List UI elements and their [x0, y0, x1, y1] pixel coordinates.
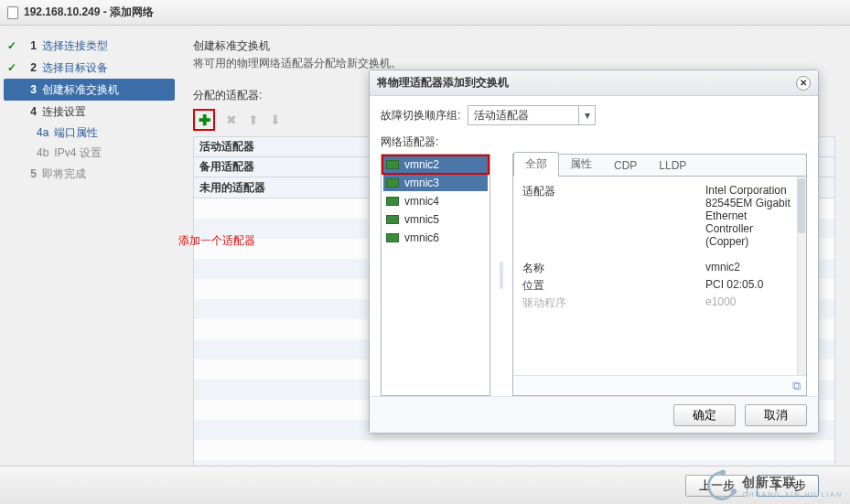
remove-icon[interactable]: ✖: [226, 113, 237, 127]
splitter-handle: [500, 262, 503, 289]
nic-row-vmnic5[interactable]: vmnic5: [383, 211, 488, 228]
move-down-icon[interactable]: ⬇: [270, 113, 281, 127]
failover-select[interactable]: 活动适配器 ▾: [468, 105, 596, 125]
step-label: 创建标准交换机: [42, 82, 119, 98]
details-scroll: 适配器 Intel Corporation 82545EM Gigabit Et…: [513, 177, 806, 375]
dialog-body: 故障切换顺序组: 活动适配器 ▾ 网络适配器: vmnic2 vmnic3 vm…: [370, 96, 818, 396]
detail-key: 位置: [522, 278, 705, 294]
detail-location: 位置 PCI 02:05.0: [522, 278, 797, 294]
details-inner: 适配器 Intel Corporation 82545EM Gigabit Et…: [513, 177, 806, 320]
substep-label: 端口属性: [54, 125, 98, 141]
add-adapter-dialog: 将物理适配器添加到交换机 ✕ 故障切换顺序组: 活动适配器 ▾ 网络适配器: v…: [369, 70, 819, 434]
nic-row-vmnic3[interactable]: vmnic3: [383, 175, 488, 191]
check-icon: ✓: [5, 39, 18, 52]
panel-splitter[interactable]: [500, 154, 503, 396]
detail-key: 名称: [522, 261, 705, 276]
failover-row: 故障切换顺序组: 活动适配器 ▾: [381, 105, 807, 125]
step-label: 连接设置: [42, 104, 86, 120]
ok-button[interactable]: 确定: [673, 404, 736, 426]
dialog-header[interactable]: 将物理适配器添加到交换机 ✕: [370, 70, 818, 96]
tab-lldp[interactable]: LLDP: [648, 155, 697, 176]
tab-all[interactable]: 全部: [513, 152, 559, 177]
step-num: 4: [24, 105, 37, 118]
step-2[interactable]: ✓ 2 选择目标设备: [0, 57, 178, 79]
nic-icon: [386, 215, 399, 224]
device-icon: [7, 6, 18, 19]
brand-watermark: 创新互联 CHUANG XIN HU LIAN: [707, 471, 843, 500]
tab-properties[interactable]: 属性: [559, 153, 603, 176]
nic-label: vmnic2: [404, 158, 439, 171]
step-num: 3: [24, 83, 37, 96]
tab-cdp[interactable]: CDP: [603, 155, 648, 176]
detail-val: e1000: [705, 295, 797, 311]
brand-name: 创新互联: [742, 475, 843, 491]
brand-text-block: 创新互联 CHUANG XIN HU LIAN: [742, 475, 843, 498]
detail-tabs: 全部 属性 CDP LLDP: [513, 155, 806, 177]
step-4b: 4b IPv4 设置: [0, 143, 178, 163]
step-1[interactable]: ✓ 1 选择连接类型: [0, 35, 178, 57]
nic-label: vmnic3: [404, 177, 439, 189]
step-label: 选择连接类型: [42, 38, 108, 54]
failover-value: 活动适配器: [468, 108, 578, 123]
step-label: 选择目标设备: [42, 60, 108, 76]
nic-icon: [386, 178, 399, 188]
step-4a[interactable]: 4a 端口属性: [0, 123, 178, 143]
details-toolbar: ⧉: [513, 375, 806, 395]
step-5: 5 即将完成: [0, 163, 178, 185]
dialog-panels: vmnic2 vmnic3 vmnic4 vmnic5 vmnic6: [381, 154, 807, 396]
step-3-active[interactable]: 3 创建标准交换机: [4, 79, 175, 101]
substep-num: 4b: [37, 146, 48, 159]
brand-sub: CHUANG XIN HU LIAN: [742, 491, 843, 498]
detail-name: 名称 vmnic2: [522, 261, 797, 276]
nic-label: vmnic4: [404, 195, 439, 208]
details-scrollbar[interactable]: [797, 177, 806, 375]
nic-label: vmnic6: [404, 231, 439, 244]
plus-icon[interactable]: ✚: [199, 112, 210, 129]
chevron-down-icon: ▾: [578, 106, 595, 124]
step-4: 4 连接设置: [0, 101, 178, 123]
dialog-footer: 确定 取消: [370, 396, 818, 433]
nic-row-vmnic4[interactable]: vmnic4: [383, 193, 488, 209]
nic-icon: [386, 197, 399, 206]
net-adapters-label: 网络适配器:: [381, 134, 807, 150]
window-title: 192.168.10.249 - 添加网络: [24, 5, 154, 20]
step-label: 即将完成: [42, 166, 86, 182]
nic-icon: [386, 160, 399, 169]
detail-adapter: 适配器 Intel Corporation 82545EM Gigabit Et…: [522, 184, 797, 248]
substep-num: 4a: [37, 126, 48, 139]
copy-icon[interactable]: ⧉: [792, 379, 801, 393]
failover-label: 故障切换顺序组:: [381, 108, 460, 123]
main-title: 创建标准交换机: [193, 38, 835, 54]
step-num: 2: [24, 61, 37, 74]
substep-label: IPv4 设置: [54, 145, 101, 161]
wizard-header: 192.168.10.249 - 添加网络: [0, 0, 850, 26]
wizard-steps: ✓ 1 选择连接类型 ✓ 2 选择目标设备 3 创建标准交换机 4 连接设置 4…: [0, 26, 178, 466]
brand-logo-icon: [703, 466, 743, 504]
detail-val: PCI 02:05.0: [705, 278, 797, 294]
nic-row-vmnic2[interactable]: vmnic2: [383, 156, 488, 173]
add-adapter-highlight: ✚: [193, 109, 215, 131]
cancel-button[interactable]: 取消: [745, 404, 807, 426]
detail-val: Intel Corporation 82545EM Gigabit Ethern…: [705, 184, 797, 248]
nic-label: vmnic5: [404, 213, 439, 226]
step-num: 1: [24, 39, 37, 52]
detail-driver: 驱动程序 e1000: [522, 295, 797, 311]
nic-list: vmnic2 vmnic3 vmnic4 vmnic5 vmnic6: [381, 154, 490, 396]
check-icon: ✓: [5, 61, 18, 74]
nic-icon: [386, 233, 399, 242]
detail-key: 驱动程序: [522, 295, 705, 311]
detail-key: 适配器: [522, 184, 705, 248]
step-num: 5: [24, 167, 37, 180]
annotation-text: 添加一个适配器: [178, 233, 255, 249]
close-icon[interactable]: ✕: [796, 76, 811, 91]
scroll-thumb[interactable]: [798, 178, 805, 233]
move-up-icon[interactable]: ⬆: [248, 113, 259, 127]
nic-row-vmnic6[interactable]: vmnic6: [383, 230, 488, 246]
detail-val: vmnic2: [705, 261, 797, 276]
dialog-title: 将物理适配器添加到交换机: [377, 75, 509, 91]
nic-details-panel: 全部 属性 CDP LLDP 适配器 Intel Corporation 825…: [512, 154, 807, 396]
